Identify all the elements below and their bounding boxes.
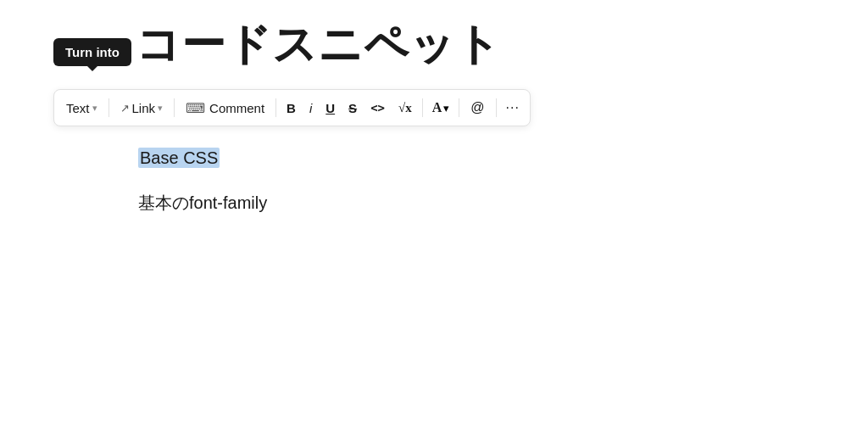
subtext-block: 基本のfont-family (138, 192, 783, 215)
text-label: Text (66, 101, 90, 115)
color-a-label: A (432, 100, 442, 115)
turn-into-button[interactable]: Text ▾ (59, 94, 104, 121)
divider-6 (496, 98, 497, 117)
underline-button[interactable]: U (320, 94, 341, 121)
color-chevron-icon: ▾ (443, 102, 449, 115)
bold-label: B (287, 101, 296, 115)
turn-into-tooltip: Turn into (53, 38, 131, 66)
divider-1 (108, 98, 109, 117)
divider-4 (422, 98, 423, 117)
strikethrough-button[interactable]: S (342, 94, 363, 121)
bold-button[interactable]: B (281, 94, 302, 121)
page-title: コードスニペット (136, 15, 501, 75)
link-chevron-icon: ▾ (158, 103, 163, 114)
link-button[interactable]: ↗ Link ▾ (114, 94, 170, 121)
italic-button[interactable]: i (303, 94, 318, 121)
code-button[interactable]: <> (364, 94, 391, 121)
mention-button[interactable]: @ (464, 94, 491, 121)
more-label: ··· (506, 100, 520, 115)
link-label: Link (132, 101, 156, 115)
comment-icon: ⌨ (186, 100, 205, 116)
comment-label: Comment (209, 101, 264, 115)
italic-label: i (309, 101, 312, 115)
divider-5 (459, 98, 459, 117)
code-label: <> (370, 101, 385, 115)
divider-3 (275, 98, 276, 117)
link-arrow-icon: ↗ (120, 102, 130, 115)
selected-text-block: Base CSS (138, 148, 783, 168)
math-label: √x (398, 101, 412, 115)
color-button[interactable]: A ▾ (427, 94, 455, 121)
selected-text: Base CSS (138, 148, 220, 168)
underline-label: U (326, 101, 335, 115)
divider-2 (174, 98, 175, 117)
strikethrough-label: S (348, 101, 357, 115)
math-button[interactable]: √x (392, 94, 418, 121)
comment-button[interactable]: ⌨ Comment (179, 94, 271, 121)
content-area: Base CSS 基本のfont-family (138, 148, 783, 215)
formatting-toolbar: Text ▾ ↗ Link ▾ ⌨ Comment B i U S <> √x … (53, 89, 531, 126)
mention-label: @ (470, 100, 484, 115)
text-chevron-icon: ▾ (92, 103, 97, 114)
more-options-button[interactable]: ··· (501, 94, 525, 121)
